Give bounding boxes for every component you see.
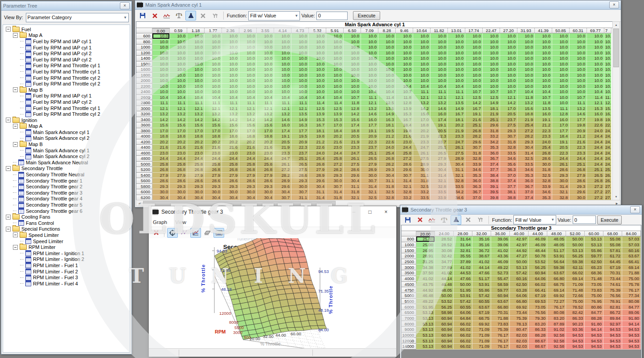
value-cell[interactable]: 12.1	[291, 106, 309, 112]
value-cell[interactable]: 71.88	[622, 270, 641, 276]
column-header[interactable]: 36.00	[491, 231, 510, 236]
tree-item-fuel-by-rpm-and-iap-cyl-1[interactable]: Fuel by RPM and IAP cyl 1	[4, 45, 130, 51]
value-cell[interactable]: 12.1	[205, 106, 222, 112]
value-cell[interactable]: 53.13	[585, 236, 603, 242]
value-cell[interactable]: 55.08	[603, 236, 622, 242]
value-cell[interactable]: 27.9	[152, 173, 170, 179]
value-cell[interactable]: 10.0	[257, 78, 274, 84]
value-cell[interactable]: 10.0	[257, 39, 274, 45]
value-cell[interactable]: 10.0	[239, 84, 257, 90]
value-cell[interactable]: 31.1	[344, 184, 361, 190]
value-cell[interactable]: 10.0	[239, 73, 257, 78]
value-cell[interactable]: 10.0	[483, 39, 500, 45]
value-cell[interactable]: 12.1	[361, 100, 378, 106]
value-cell[interactable]: 20.9	[361, 134, 378, 139]
value-cell[interactable]: 10.0	[291, 67, 309, 73]
value-cell[interactable]: 26.8	[535, 151, 552, 156]
value-cell[interactable]: 37.7	[500, 184, 517, 190]
value-cell[interactable]: 10.0	[535, 33, 552, 39]
value-cell[interactable]: 46.09	[529, 242, 547, 248]
value-cell[interactable]: 31.1	[378, 178, 396, 184]
value-cell[interactable]: 69.92	[510, 304, 529, 310]
value-cell[interactable]: 10.0	[431, 56, 448, 61]
plot-trace-button[interactable]	[427, 215, 437, 225]
value-cell[interactable]: 14.9	[448, 106, 465, 112]
value-cell[interactable]: 14.2	[344, 111, 361, 117]
value-cell[interactable]: 10.4	[361, 89, 378, 95]
value-cell[interactable]: 43.75	[416, 282, 435, 288]
tree-item-secondary-throttle-gear-6[interactable]: Secondary Throttle gear 6	[4, 208, 130, 214]
value-cell-partial[interactable]: 22.6	[604, 122, 611, 128]
value-cell[interactable]: 10.0	[413, 39, 431, 45]
value-cell[interactable]: 29.6	[396, 167, 413, 173]
value-cell[interactable]: 63.67	[547, 270, 566, 276]
value-cell[interactable]: 48.44	[529, 248, 547, 253]
tree-item-rpm-limiter-ignition-2[interactable]: RPM Limiter - Ignition 2	[4, 256, 130, 263]
value-cell[interactable]: 10.0	[170, 39, 187, 45]
value-cell[interactable]: 44.92	[416, 287, 435, 293]
value-cell[interactable]: 12.5	[309, 106, 326, 112]
value-cell[interactable]: 34.6	[465, 167, 483, 173]
value-cell[interactable]: 10.0	[431, 73, 448, 78]
value-cell[interactable]: 10.0	[448, 73, 465, 78]
value-cell-partial[interactable]: 11.4	[604, 95, 611, 101]
value-cell[interactable]: 24.7	[274, 156, 291, 162]
value-cell[interactable]: 10.0	[274, 50, 291, 56]
value-cell[interactable]: 11.1	[187, 100, 205, 106]
value-cell[interactable]: 10.0	[239, 78, 257, 84]
value-cell[interactable]: 10.0	[361, 73, 378, 78]
value-cell[interactable]: 10.0	[500, 73, 517, 78]
collapse-icon[interactable]	[13, 124, 18, 129]
value-cell[interactable]: 10.0	[378, 50, 396, 56]
value-cell[interactable]: 10.0	[344, 84, 361, 90]
value-cell[interactable]: 19.5	[291, 134, 309, 139]
value-cell[interactable]: 36.7	[483, 156, 500, 162]
value-cell[interactable]: 17.0	[152, 128, 170, 134]
value-cell[interactable]: 24.4	[587, 151, 604, 156]
value-cell[interactable]: 23.0	[152, 151, 170, 156]
value-cell[interactable]: 60.94	[435, 338, 454, 344]
value-cell[interactable]: 25.00	[416, 242, 435, 248]
column-header[interactable]: 20.00	[416, 231, 435, 236]
value-cell[interactable]: 11.1	[361, 95, 378, 101]
value-cell[interactable]: 10.0	[205, 73, 222, 78]
value-cell[interactable]: 25.8	[239, 162, 257, 167]
y-axis-button[interactable]	[209, 11, 220, 20]
value-cell[interactable]: 66.80	[491, 304, 510, 310]
value-cell[interactable]: 30.0	[187, 189, 205, 195]
value-cell[interactable]: 60.55	[454, 304, 472, 310]
value-cell[interactable]: 10.0	[413, 33, 431, 39]
value-cell[interactable]: 20.5	[500, 111, 517, 117]
value-cell[interactable]: 19.1	[552, 139, 570, 145]
value-cell[interactable]: 29.3	[431, 162, 448, 167]
value-cell[interactable]: 10.0	[378, 78, 396, 84]
value-cell-partial[interactable]: 16.0	[604, 111, 611, 117]
value-cell[interactable]: 60.94	[435, 316, 454, 321]
collapse-icon[interactable]	[13, 33, 18, 38]
value-cell[interactable]: 53.13	[416, 333, 435, 338]
value-cell[interactable]: 18.4	[396, 122, 413, 128]
tree-item-rpm-limiter-ignition-1[interactable]: RPM Limiter - Ignition 1	[4, 250, 130, 256]
value-cell[interactable]: 14.6	[274, 117, 291, 123]
value-cell[interactable]: 94.53	[566, 338, 585, 344]
value-cell[interactable]: 10.0	[344, 78, 361, 84]
value-cell[interactable]: 10.0	[431, 33, 448, 39]
value-cell[interactable]: 10.0	[552, 33, 570, 39]
value-cell[interactable]: 28.6	[187, 178, 205, 184]
value-cell[interactable]: 10.0	[309, 50, 326, 56]
value-cell[interactable]: 66.02	[454, 344, 472, 350]
value-cell[interactable]: 29.3	[222, 184, 239, 190]
value-cell[interactable]: 10.0	[274, 45, 291, 50]
value-cell[interactable]: 10.0	[465, 61, 483, 67]
row-header[interactable]: 4000	[402, 276, 416, 282]
value-cell[interactable]: 94.53	[622, 333, 641, 338]
value-cell[interactable]: 16.0	[431, 111, 448, 117]
value-cell[interactable]: 15.3	[309, 117, 326, 123]
value-cell[interactable]: 10.0	[570, 56, 587, 61]
value-cell[interactable]: 10.0	[448, 56, 465, 61]
value-cell[interactable]: 50.78	[529, 253, 547, 259]
tree-item-rpm-limiter-fuel-4[interactable]: RPM Limiter - Fuel 4	[4, 281, 130, 287]
value-cell[interactable]: 30.0	[291, 184, 309, 190]
value-cell[interactable]: 10.0	[152, 61, 170, 67]
vscroll-thumb[interactable]	[613, 28, 619, 67]
